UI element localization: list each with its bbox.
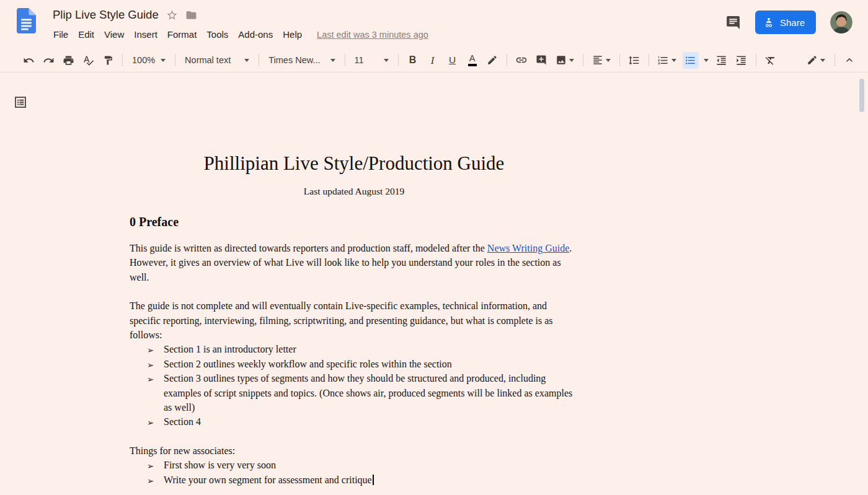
font-value: Times New... <box>268 55 320 65</box>
style-value: Normal text <box>185 55 231 65</box>
bold-icon: B <box>409 55 417 65</box>
image-icon <box>556 55 567 66</box>
italic-button[interactable]: I <box>425 52 441 69</box>
doc-subtitle: Last updated August 2019 <box>130 185 578 198</box>
chevron-down-icon <box>671 59 676 62</box>
menu-tools[interactable]: Tools <box>202 27 233 42</box>
toolbar-separator <box>835 54 835 66</box>
paint-format-icon <box>103 55 113 66</box>
toolbar-separator <box>259 54 259 66</box>
align-button[interactable] <box>590 52 613 69</box>
toolbar-separator <box>175 54 175 66</box>
pencil-icon <box>807 55 818 66</box>
print-icon <box>63 55 74 66</box>
redo-icon <box>43 55 55 66</box>
account-avatar[interactable] <box>830 11 852 33</box>
list-item: Section 2 outlines weekly workflow and s… <box>130 357 578 371</box>
spellcheck-icon <box>82 55 94 66</box>
spellcheck-button[interactable] <box>80 52 96 69</box>
toolbar-separator <box>398 54 399 66</box>
open-comments-button[interactable] <box>725 15 741 30</box>
doc-paragraph-2: The guide is not complete and will event… <box>130 299 578 342</box>
doc-paragraph-1: This guide is written as directed toward… <box>130 241 578 284</box>
numbered-list-icon <box>657 55 669 66</box>
add-comment-icon <box>536 55 547 66</box>
vertical-scrollbar-thumb[interactable] <box>859 79 864 112</box>
bold-button[interactable]: B <box>405 52 421 69</box>
document-title-row: Plip Live Style Guide <box>53 8 197 22</box>
text-cursor <box>373 475 374 485</box>
toolbar-separator <box>122 54 123 66</box>
font-size-select[interactable]: 11 <box>351 52 392 69</box>
numbered-list-button[interactable] <box>655 52 679 69</box>
doc-heading-title: Phillipian Live Style/Production Guide <box>130 151 578 176</box>
share-person-link-icon <box>763 16 775 28</box>
undo-button[interactable] <box>20 52 37 69</box>
header-right-controls: Share <box>725 11 852 34</box>
insert-image-button[interactable] <box>553 52 577 69</box>
paragraph-style-select[interactable]: Normal text <box>181 52 253 69</box>
list-item-text: Write your own segment for assessment an… <box>164 475 372 485</box>
last-edit-link[interactable]: Last edit was 3 minutes ago <box>317 30 428 40</box>
add-comment-button[interactable] <box>533 52 549 69</box>
toolbar-separator <box>583 54 583 66</box>
docs-logo-icon <box>17 8 36 33</box>
zoom-select[interactable]: 100% <box>128 52 169 69</box>
decrease-indent-button[interactable] <box>714 52 730 69</box>
toolbar: 100% Normal text Times New... 11 B I U A <box>0 48 868 72</box>
google-docs-logo[interactable] <box>17 8 36 33</box>
list-item: Write your own segment for assessment an… <box>130 473 578 487</box>
menu-edit[interactable]: Edit <box>73 27 99 42</box>
list-item: Section 3 outlines types of segments and… <box>130 371 578 414</box>
print-button[interactable] <box>60 52 76 69</box>
chevron-down-icon <box>820 59 825 62</box>
paragraph-text: This guide is written as directed toward… <box>130 243 487 253</box>
list-item: Section 1 is an introductory letter <box>130 342 578 356</box>
list-item: First show is very very soon <box>130 458 578 472</box>
toolbar-separator <box>507 54 507 66</box>
chevron-down-icon <box>704 59 709 62</box>
document-title[interactable]: Plip Live Style Guide <box>53 8 159 22</box>
increase-indent-button[interactable] <box>733 52 750 69</box>
font-size-value: 11 <box>355 55 364 65</box>
bulleted-list-button[interactable] <box>683 52 699 69</box>
comment-icon <box>725 15 741 30</box>
toolbar-separator <box>619 54 620 66</box>
sections-bullet-list: Section 1 is an introductory letter Sect… <box>130 342 578 429</box>
font-family-select[interactable]: Times New... <box>265 52 339 69</box>
document-page[interactable]: Phillipian Live Style/Production Guide L… <box>130 151 578 487</box>
link-icon <box>515 54 528 66</box>
doc-section-heading: 0 Preface <box>130 214 578 230</box>
menu-view[interactable]: View <box>99 27 129 42</box>
editing-mode-button[interactable] <box>804 52 828 69</box>
move-to-folder-icon[interactable] <box>185 9 197 21</box>
menu-help[interactable]: Help <box>278 27 307 42</box>
hide-menus-button[interactable] <box>841 52 857 69</box>
menu-file[interactable]: File <box>48 27 73 42</box>
align-left-icon <box>592 55 603 66</box>
insert-link-button[interactable] <box>513 52 529 69</box>
zoom-value: 100% <box>132 55 155 65</box>
mode-controls <box>802 52 859 69</box>
redo-button[interactable] <box>40 52 56 69</box>
text-color-button[interactable]: A <box>464 52 480 69</box>
news-writing-guide-link[interactable]: News Writing Guide <box>487 243 569 253</box>
underline-button[interactable]: U <box>445 52 461 69</box>
decrease-indent-icon <box>715 55 727 66</box>
menu-addons[interactable]: Add-ons <box>233 27 278 42</box>
show-document-outline-button[interactable] <box>13 95 29 110</box>
share-button[interactable]: Share <box>755 11 816 34</box>
paint-format-button[interactable] <box>100 52 116 69</box>
app-header: Plip Live Style Guide File Edit View Ins… <box>0 0 868 48</box>
chevron-down-icon <box>606 59 611 62</box>
highlight-color-button[interactable] <box>484 52 500 69</box>
menu-insert[interactable]: Insert <box>129 27 162 42</box>
clear-formatting-button[interactable] <box>763 52 779 69</box>
clear-formatting-icon <box>764 55 776 66</box>
line-spacing-button[interactable] <box>626 52 642 69</box>
star-icon[interactable] <box>166 9 178 21</box>
menu-format[interactable]: Format <box>162 27 202 42</box>
line-spacing-icon <box>628 55 640 66</box>
bulleted-list-options-button[interactable] <box>702 52 710 69</box>
list-item: Section 4 <box>130 414 578 429</box>
